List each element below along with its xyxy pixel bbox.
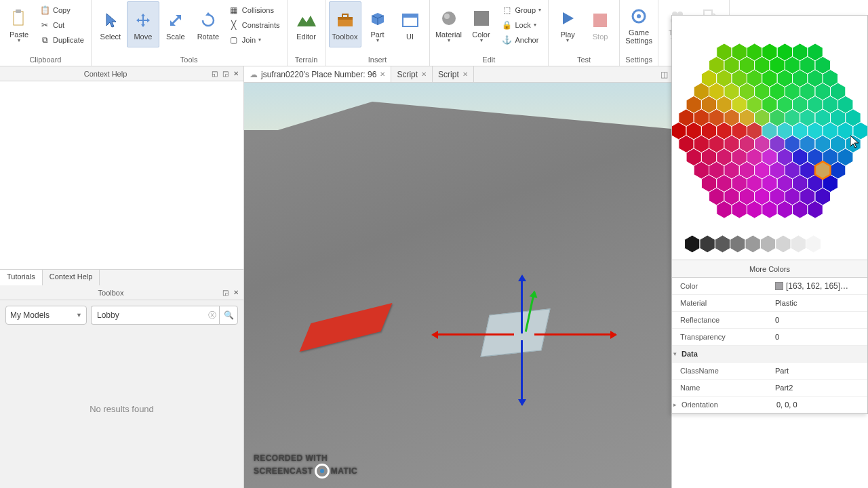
tab-script-2[interactable]: Script ✕ (433, 66, 474, 82)
svg-marker-154 (815, 161, 830, 179)
hex-color-grid[interactable] (672, 16, 867, 260)
close-icon[interactable]: ✕ (380, 70, 385, 78)
toolbox-panel: My Models ▼ ⓧ 🔍 No results found (0, 300, 243, 488)
ui-button[interactable]: UI (394, 1, 427, 47)
rotate-icon (199, 11, 218, 30)
svg-marker-153 (821, 235, 836, 253)
join-dropdown[interactable]: ▢Join▾ (224, 33, 284, 47)
svg-marker-148 (745, 235, 760, 253)
color-picker-panel: More Colors Color [163, 162, 165]… Mater… (671, 15, 868, 414)
svg-rect-9 (474, 11, 489, 26)
toolbox-button[interactable]: Toolbox (329, 1, 361, 47)
move-button[interactable]: Move (127, 1, 159, 47)
maximize-icon[interactable]: ◲ (220, 69, 230, 79)
prop-classname[interactable]: ClassName Part (672, 363, 867, 380)
dropdown-caret-icon: ▾ (538, 7, 541, 13)
tab-context-help[interactable]: Context Help (43, 270, 100, 285)
svg-marker-144 (685, 235, 700, 253)
paste-button[interactable]: Paste ▾ (3, 1, 35, 47)
prop-material[interactable]: Material Plastic (672, 295, 867, 312)
prop-section-data[interactable]: ▾ Data (672, 346, 867, 363)
collisions-icon: ▦ (229, 5, 239, 16)
dropdown-caret-icon: ▾ (534, 22, 536, 28)
svg-marker-149 (760, 235, 775, 253)
ribbon-group-insert: Toolbox Part ▾ UI Insert (326, 0, 430, 66)
prop-color[interactable]: Color [163, 162, 165]… (672, 278, 867, 295)
ring-icon (315, 464, 330, 479)
svg-marker-145 (700, 235, 715, 253)
svg-rect-0 (14, 12, 23, 25)
anchor-icon: ⚓ (502, 35, 513, 45)
material-icon (439, 9, 458, 28)
ribbon-group-terrain: Editor Terrain (288, 0, 326, 66)
context-help-header: Context Help ◱ ◲ ✕ (0, 66, 243, 81)
svg-marker-151 (791, 235, 806, 253)
tab-script-1[interactable]: Script ✕ (391, 66, 433, 82)
chevron-down-icon: ▾ (673, 350, 680, 357)
svg-marker-150 (776, 235, 791, 253)
duplicate-button[interactable]: ⧉Duplicate (35, 33, 88, 47)
viewport-baseplate (244, 102, 671, 488)
undock-icon[interactable]: ◱ (210, 69, 219, 79)
clear-icon[interactable]: ⓧ (205, 306, 219, 325)
svg-marker-147 (730, 235, 745, 253)
tab-tutorials[interactable]: Tutorials (0, 270, 43, 285)
part-selected[interactable] (480, 308, 550, 357)
search-icon[interactable]: 🔍 (219, 306, 238, 325)
stop-button[interactable]: Stop (584, 1, 616, 47)
play-icon (558, 9, 577, 28)
prop-reflectance[interactable]: Reflectance 0 (672, 312, 867, 329)
collisions-toggle[interactable]: ▦Collisions (224, 3, 284, 18)
dropdown-caret-icon: ▾ (376, 37, 379, 43)
close-icon[interactable]: ✕ (231, 288, 241, 298)
constraints-toggle[interactable]: ╳Constraints (224, 18, 284, 33)
dropdown-caret-icon: ▾ (18, 37, 20, 43)
toolbox-search-input[interactable] (91, 306, 220, 325)
rotate-button[interactable]: Rotate (192, 1, 224, 47)
game-settings-button[interactable]: Game Settings (623, 1, 655, 47)
stop-icon (591, 11, 610, 30)
ui-icon (401, 11, 420, 30)
cut-icon: ✂ (39, 20, 50, 30)
document-tabs: ☁ jsufran0220's Place Number: 96 ✕ Scrip… (244, 66, 671, 83)
chevron-right-icon: ▸ (673, 401, 680, 408)
close-icon[interactable]: ✕ (421, 70, 427, 78)
lock-icon: 🔒 (502, 20, 513, 30)
maximize-icon[interactable]: ◲ (220, 288, 230, 298)
close-icon[interactable]: ✕ (462, 70, 468, 78)
close-icon[interactable]: ✕ (231, 69, 241, 79)
context-help-body (0, 81, 243, 269)
dropdown-caret-icon: ▾ (480, 37, 483, 43)
material-button[interactable]: Material ▾ (433, 1, 465, 47)
group-button[interactable]: ⬚Group▾ (498, 3, 546, 18)
svg-marker-146 (715, 235, 730, 253)
viewport-3d[interactable]: RECORDED WITH SCREENCASTMATIC (244, 83, 671, 488)
toolbox-results: No results found (0, 330, 243, 488)
play-button[interactable]: Play ▾ (551, 1, 584, 47)
color-button[interactable]: Color ▾ (465, 1, 498, 47)
layout-icon[interactable]: ◫ (656, 66, 671, 82)
copy-button[interactable]: 📋Copy (35, 3, 88, 18)
cut-button[interactable]: ✂Cut (35, 18, 88, 33)
select-button[interactable]: Select (94, 1, 127, 47)
part-button[interactable]: Part ▾ (361, 1, 394, 47)
svg-point-7 (442, 12, 456, 25)
prop-name[interactable]: Name Part2 (672, 380, 867, 396)
anchor-button[interactable]: ⚓Anchor (498, 33, 546, 47)
group-icon: ⬚ (502, 5, 513, 16)
left-dock: Context Help ◱ ◲ ✕ Tutorials Context Hel… (0, 66, 244, 488)
ribbon-group-tools: Select Move Scale Rotate ▦Collisions ╳Co… (92, 0, 288, 66)
toolbox-icon (336, 11, 355, 30)
more-colors-button[interactable]: More Colors (672, 260, 867, 277)
ribbon-group-edit: Material ▾ Color ▾ ⬚Group▾ 🔒Lock▾ ⚓Ancho… (430, 0, 549, 66)
scale-button[interactable]: Scale (159, 1, 192, 47)
recorder-watermark: RECORDED WITH SCREENCASTMATIC (254, 453, 357, 479)
color-icon (472, 9, 491, 28)
terrain-editor-button[interactable]: Editor (290, 1, 323, 47)
svg-marker-152 (806, 235, 821, 253)
prop-orientation[interactable]: ▸ Orientation 0, 0, 0 (672, 396, 867, 413)
prop-transparency[interactable]: Transparency 0 (672, 329, 867, 346)
lock-button[interactable]: 🔒Lock▾ (498, 18, 546, 33)
tab-place[interactable]: ☁ jsufran0220's Place Number: 96 ✕ (244, 66, 391, 82)
toolbox-category-select[interactable]: My Models ▼ (5, 306, 87, 325)
